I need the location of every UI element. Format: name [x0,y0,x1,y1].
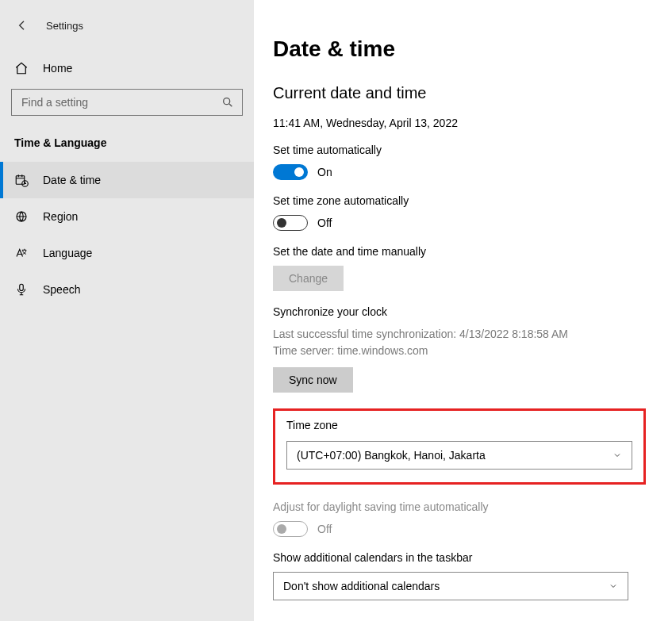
set-tz-auto-state: Off [317,217,332,229]
sidebar-item-label: Region [43,210,78,223]
timezone-dropdown[interactable]: (UTC+07:00) Bangkok, Hanoi, Jakarta [286,441,632,470]
timezone-label: Time zone [286,419,632,431]
sidebar-item-language[interactable]: Language [0,235,254,271]
sidebar-nav: Date & time Region Language Speech [0,162,254,308]
sidebar-item-label: Speech [43,283,80,296]
sync-heading: Synchronize your clock [273,305,672,318]
window-title: Settings [46,20,83,32]
category-title: Time & Language [11,136,243,149]
chevron-down-icon [609,581,618,591]
calendar-clock-icon [14,173,29,187]
current-datetime-value: 11:41 AM, Wednesday, April 13, 2022 [273,117,672,129]
set-time-auto-label: Set time automatically [273,144,672,156]
sidebar-item-label: Language [43,247,92,259]
sidebar: Settings Home Time & Language Date & tim… [0,0,254,621]
sync-now-button[interactable]: Sync now [273,367,353,393]
set-tz-auto-label: Set time zone automatically [273,194,672,207]
sync-server-text: Time server: time.windows.com [273,343,672,359]
timezone-value: (UTC+07:00) Bangkok, Hanoi, Jakarta [297,449,486,462]
svg-point-0 [224,98,230,105]
chevron-down-icon [612,450,622,460]
svg-rect-4 [20,284,24,290]
search-input[interactable] [21,96,221,109]
additional-calendars-label: Show additional calendars in the taskbar [273,551,672,564]
search-box[interactable] [11,89,243,116]
language-icon [14,246,29,260]
microphone-icon [14,282,29,297]
back-button[interactable] [14,19,30,32]
dst-state: Off [317,523,332,535]
dst-label: Adjust for daylight saving time automati… [273,500,672,513]
set-time-auto-toggle[interactable] [273,164,308,180]
dst-toggle [273,521,308,537]
set-time-auto-state: On [317,166,332,178]
back-arrow-icon [16,19,29,32]
set-tz-auto-toggle[interactable] [273,215,308,231]
nav-home-label: Home [43,62,72,75]
additional-calendars-dropdown[interactable]: Don't show additional calendars [273,572,628,600]
timezone-highlight: Time zone (UTC+07:00) Bangkok, Hanoi, Ja… [273,408,646,485]
globe-icon [14,209,29,224]
main-content: Date & time Current date and time 11:41 … [254,0,672,621]
current-datetime-heading: Current date and time [273,84,672,102]
nav-home[interactable]: Home [11,57,243,79]
search-icon [221,96,234,109]
sidebar-item-label: Date & time [43,174,101,186]
change-button[interactable]: Change [273,266,344,291]
page-title: Date & time [273,36,672,62]
sidebar-item-speech[interactable]: Speech [0,271,254,308]
sync-last-text: Last successful time synchronization: 4/… [273,326,672,343]
sidebar-item-region[interactable]: Region [0,198,254,235]
svg-rect-1 [16,176,25,185]
additional-calendars-value: Don't show additional calendars [283,580,440,592]
home-icon [14,61,29,75]
sidebar-item-date-time[interactable]: Date & time [0,162,254,198]
manual-set-label: Set the date and time manually [273,245,672,258]
header-row: Settings [11,10,243,41]
